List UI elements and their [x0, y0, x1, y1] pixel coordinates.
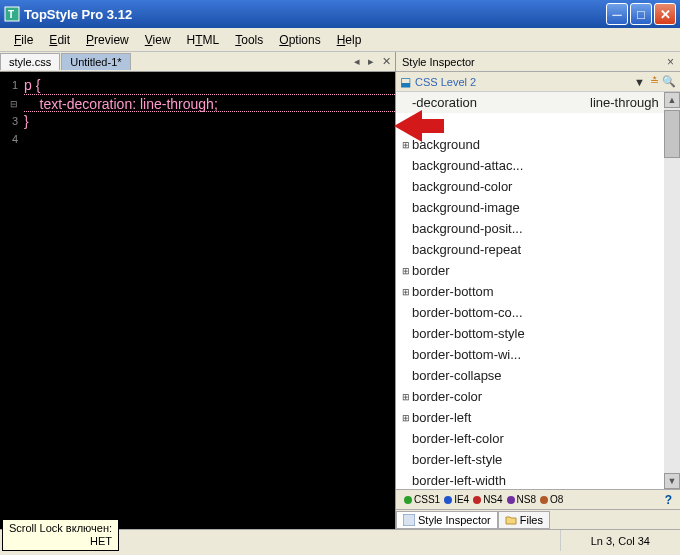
tab-style-inspector[interactable]: Style Inspector: [396, 511, 498, 529]
title-bar: T TopStyle Pro 3.12 ─ □ ✕: [0, 0, 680, 28]
compat-label: CSS1: [414, 494, 440, 505]
property-list[interactable]: -decoration line-through muth⊞background…: [396, 92, 680, 489]
menu-options[interactable]: Options: [271, 31, 328, 49]
property-row[interactable]: border-left-color: [396, 428, 680, 449]
menu-preview[interactable]: Preview: [78, 31, 137, 49]
property-row[interactable]: background-posit...: [396, 218, 680, 239]
editor-tabs: style.css Untitled-1* ◂ ▸ ✕: [0, 52, 395, 72]
menu-html[interactable]: HTML: [179, 31, 228, 49]
compat-dot: [404, 496, 412, 504]
css-level-label[interactable]: CSS Level 2: [415, 76, 632, 88]
editor-pane: style.css Untitled-1* ◂ ▸ ✕ 1 ⊟ 3 4 p { …: [0, 52, 395, 529]
scroll-lock-tooltip: Scroll Lock включен: НЕТ: [2, 519, 119, 551]
svg-rect-2: [403, 514, 415, 526]
tab-style-css[interactable]: style.css: [0, 53, 60, 70]
property-row[interactable]: ⊞border-bottom: [396, 281, 680, 302]
css-level-dropdown-icon[interactable]: ▼: [634, 76, 645, 88]
property-row[interactable]: background-color: [396, 176, 680, 197]
property-row[interactable]: border-bottom-co...: [396, 302, 680, 323]
property-row[interactable]: border-left-style: [396, 449, 680, 470]
compat-label: NS4: [483, 494, 502, 505]
cursor-position: Ln 3, Col 34: [561, 535, 680, 547]
line-gutter: 1 ⊟ 3 4: [0, 72, 20, 529]
css-level-bar: ⬓ CSS Level 2 ▼ ≛ 🔍: [396, 72, 680, 92]
compat-dot: [507, 496, 515, 504]
css-level-icon: ⬓: [400, 75, 411, 89]
scroll-up-icon[interactable]: ▲: [664, 92, 680, 108]
app-icon: T: [4, 6, 20, 22]
scrollbar[interactable]: ▲ ▼: [664, 92, 680, 489]
property-row[interactable]: ⊞background: [396, 134, 680, 155]
compat-label: NS8: [517, 494, 536, 505]
compat-label: O8: [550, 494, 563, 505]
compat-dot: [540, 496, 548, 504]
maximize-button[interactable]: □: [630, 3, 652, 25]
code-area[interactable]: p { text-decoration: line-through; }: [20, 72, 395, 529]
property-row[interactable]: ⊞border-left: [396, 407, 680, 428]
menu-help[interactable]: Help: [329, 31, 370, 49]
minimize-button[interactable]: ─: [606, 3, 628, 25]
tab-next-icon[interactable]: ▸: [364, 55, 378, 68]
inspector-bottom-tabs: Style Inspector Files: [396, 509, 680, 529]
help-icon[interactable]: ?: [661, 493, 676, 507]
svg-text:T: T: [8, 9, 14, 20]
tab-untitled[interactable]: Untitled-1*: [61, 53, 130, 70]
close-button[interactable]: ✕: [654, 3, 676, 25]
inspector-close-icon[interactable]: ×: [667, 55, 674, 69]
property-row[interactable]: background-image: [396, 197, 680, 218]
selected-property-row[interactable]: -decoration line-through: [396, 92, 680, 113]
menu-tools[interactable]: Tools: [227, 31, 271, 49]
scroll-thumb[interactable]: [664, 110, 680, 158]
tab-close-icon[interactable]: ✕: [378, 55, 395, 68]
window-title: TopStyle Pro 3.12: [24, 7, 604, 22]
menu-bar: File Edit Preview View HTML Tools Option…: [0, 28, 680, 52]
inspector-title: Style Inspector: [402, 56, 475, 68]
property-row[interactable]: border-bottom-style: [396, 323, 680, 344]
search-icon[interactable]: 🔍: [662, 75, 676, 88]
compat-label: IE4: [454, 494, 469, 505]
main-area: style.css Untitled-1* ◂ ▸ ✕ 1 ⊟ 3 4 p { …: [0, 52, 680, 529]
property-row[interactable]: border-collapse: [396, 365, 680, 386]
compat-dot: [473, 496, 481, 504]
property-row[interactable]: ⊞border-color: [396, 386, 680, 407]
menu-view[interactable]: View: [137, 31, 179, 49]
sort-icon[interactable]: ≛: [650, 75, 659, 88]
property-row[interactable]: border-bottom-wi...: [396, 344, 680, 365]
inspector-pane: Style Inspector × ⬓ CSS Level 2 ▼ ≛ 🔍 -d…: [395, 52, 680, 529]
property-row[interactable]: ⊞border: [396, 260, 680, 281]
folder-icon: [505, 514, 517, 526]
property-row[interactable]: background-attac...: [396, 155, 680, 176]
tab-prev-icon[interactable]: ◂: [350, 55, 364, 68]
scroll-down-icon[interactable]: ▼: [664, 473, 680, 489]
inspector-title-bar: Style Inspector ×: [396, 52, 680, 72]
code-editor[interactable]: 1 ⊟ 3 4 p { text-decoration: line-throug…: [0, 72, 395, 529]
property-row[interactable]: background-repeat: [396, 239, 680, 260]
property-row[interactable]: muth: [396, 113, 680, 134]
tab-files[interactable]: Files: [498, 511, 550, 529]
property-row[interactable]: border-left-width: [396, 470, 680, 489]
compat-dot: [444, 496, 452, 504]
menu-file[interactable]: File: [6, 31, 41, 49]
style-inspector-icon: [403, 514, 415, 526]
compat-legend: CSS1IE4NS4NS8O8?: [396, 489, 680, 509]
menu-edit[interactable]: Edit: [41, 31, 78, 49]
